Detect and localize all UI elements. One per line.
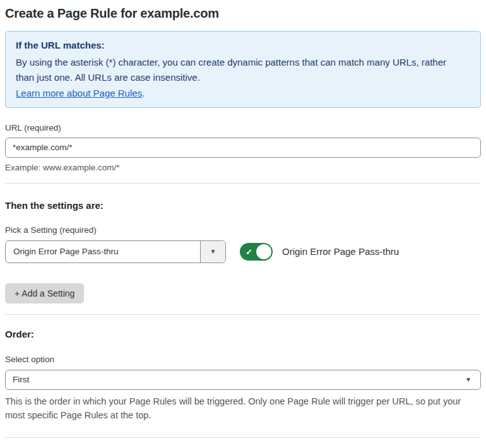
order-select-value: First [13,375,465,384]
check-icon: ✓ [246,247,252,256]
order-select-label: Select option [5,355,481,364]
order-select[interactable]: First ▼ [5,370,481,390]
setting-combobox-value[interactable]: Origin Error Page Pass-thru [6,241,200,262]
toggle-knob[interactable] [256,244,271,259]
url-example-helper: Example: www.example.com/* [5,163,481,172]
order-helper-text: This is the order in which your Page Rul… [5,394,481,423]
setting-row: Origin Error Page Pass-thru ▼ ✓ Origin E… [5,240,481,263]
setting-toggle-label: Origin Error Page Pass-thru [282,246,399,257]
setting-picker-label: Pick a Setting (required) [5,225,481,235]
settings-section-heading: Then the settings are: [5,200,481,211]
add-setting-button[interactable]: + Add a Setting [5,283,84,304]
divider [5,437,481,438]
learn-more-link[interactable]: Learn more about Page Rules [16,88,142,98]
divider [5,314,481,315]
order-section-heading: Order: [5,329,481,339]
url-match-info-box: If the URL matches: By using the asteris… [5,31,481,108]
link-suffix: . [142,88,145,98]
url-input[interactable] [5,138,481,158]
chevron-down-icon: ▼ [210,249,216,255]
info-box-heading: If the URL matches: [16,40,470,50]
url-field-label: URL (required) [5,123,481,133]
info-box-body: By using the asterisk (*) character, you… [16,55,461,86]
info-box-link-line: Learn more about Page Rules. [16,88,470,98]
page-rule-form: Create a Page Rule for example.com If th… [0,0,486,448]
divider [5,183,481,184]
setting-combobox[interactable]: Origin Error Page Pass-thru ▼ [5,240,226,263]
setting-combobox-open-button[interactable]: ▼ [200,241,225,262]
page-title: Create a Page Rule for example.com [5,6,481,21]
chevron-down-icon: ▼ [465,377,471,383]
setting-toggle[interactable]: ✓ [240,243,273,261]
